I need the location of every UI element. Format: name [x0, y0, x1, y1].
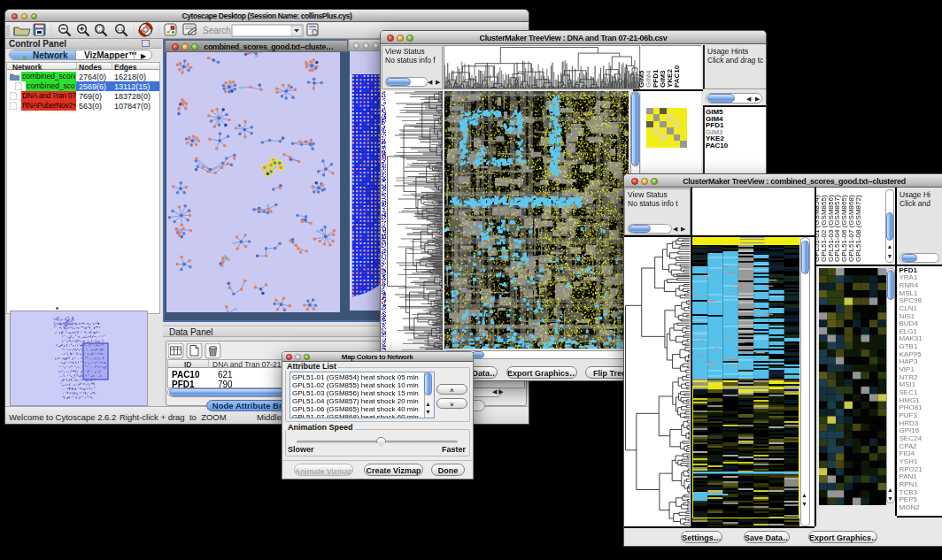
svg-text:1:1: 1:1 — [117, 27, 123, 32]
svg-text:Search:: Search: — [203, 26, 233, 35]
